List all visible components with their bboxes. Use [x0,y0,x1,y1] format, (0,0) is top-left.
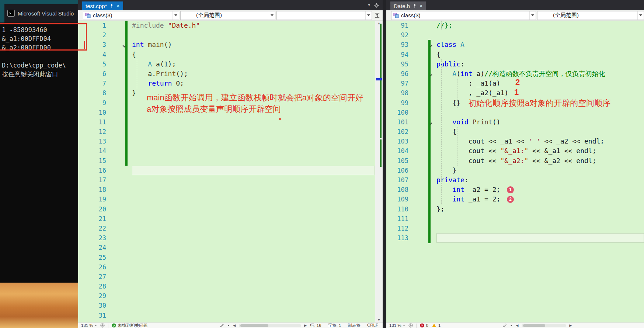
gutter [110,166,123,175]
code-line[interactable]: 91//}; [386,21,644,30]
pencil-icon[interactable] [502,323,507,328]
code-line[interactable]: 30 [78,301,375,310]
code-area-date-h[interactable]: 91//};9293class A94{95public:96 A(int a)… [386,21,644,322]
code-line[interactable]: 29 [78,291,375,301]
document-health[interactable]: 未找到相关问题 [112,323,148,328]
code-line[interactable]: 13 [78,137,375,146]
chevron-down-icon[interactable] [637,11,644,20]
zoom-control[interactable]: 131 % [81,323,97,328]
code-line[interactable]: 92 [386,30,644,40]
code-line[interactable]: 5 A a(1); [78,59,375,69]
code-line[interactable]: 106 } [386,166,644,175]
screen-reader-icon[interactable] [408,323,413,328]
warning-count[interactable]: 1 [432,323,441,328]
code-line[interactable]: 20 [78,204,375,214]
horizontal-scrollbar[interactable] [522,324,566,327]
screen-reader-icon[interactable] [100,323,105,328]
pin-icon[interactable] [412,4,417,8]
code-line[interactable]: 103 cout << _a1 << ' ' << _a2 << endl; [386,137,644,146]
code-line[interactable]: 21 [78,214,375,224]
code-line[interactable]: 6 a.Print(); [78,69,375,79]
fold-chevron-icon[interactable] [123,40,132,49]
code-area-test-cpp[interactable]: 1#include "Date.h"23int main()4{5 A a(1)… [78,21,375,322]
code-line[interactable]: 26 [78,262,375,272]
scroll-left-icon[interactable]: ◀ [233,324,236,327]
gear-icon[interactable] [374,3,379,8]
code-line[interactable]: 100 [386,108,644,117]
scroll-left-icon[interactable]: ◀ [516,324,518,327]
tab-test-cpp[interactable]: test.cpp* × [82,1,123,10]
pin-icon[interactable] [109,4,114,8]
project-scope-dropdown[interactable]: class(3) [83,11,179,20]
close-icon[interactable]: × [420,3,422,8]
code-line[interactable]: 28 [78,282,375,291]
chevron-down-icon[interactable] [269,11,275,20]
indent-mode-indicator[interactable]: 制表符 [348,323,361,328]
global-scope-dropdown[interactable]: (全局范围) [537,11,644,20]
pencil-icon[interactable] [220,323,224,328]
code-line[interactable]: 2 [78,30,375,40]
scroll-right-icon[interactable]: ▶ [304,324,307,327]
code-line[interactable]: 102 { [386,127,644,137]
close-icon[interactable]: × [116,3,119,8]
code-line[interactable]: 25 [78,253,375,262]
pencil-dropdown-icon[interactable] [227,325,230,326]
code-line[interactable]: 22 [78,224,375,233]
tab-list-chevron-icon[interactable]: ▾ [368,3,370,7]
code-line[interactable]: 18 [78,185,375,194]
eol-indicator[interactable]: CRLF [367,323,378,328]
vertical-scrollbar[interactable]: ▲ ▼ [375,21,383,322]
horizontal-scrollbar[interactable] [239,324,301,327]
horizontal-scrollbar-thumb[interactable] [523,324,545,327]
code-line[interactable]: 17 [78,175,375,185]
code-line[interactable]: 104 cout << "&_a1:" << &_a1 << endl; [386,146,644,156]
global-scope-dropdown[interactable]: (全局范围) [180,11,275,20]
code-line[interactable]: 95public: [386,59,644,69]
zoom-control[interactable]: 131 % [389,323,405,328]
code-line[interactable]: 93class A [386,40,644,49]
code-line[interactable]: 19 [78,194,375,204]
member-dropdown[interactable] [276,11,372,20]
code-line[interactable]: 112 [386,224,644,233]
console-titlebar[interactable]: >_ Microsoft Visual Studio [4,4,78,23]
code-line[interactable]: 111 [386,214,644,224]
error-count[interactable]: 0 [420,323,428,328]
chevron-down-icon[interactable] [529,11,536,20]
chevron-down-icon[interactable] [365,11,372,20]
pencil-dropdown-icon[interactable] [510,325,512,326]
code-line[interactable]: 1#include "Date.h" [78,21,375,30]
code-line[interactable]: 4{ [78,50,375,59]
code-line[interactable]: 23 [78,233,375,243]
caret-col-indicator[interactable]: 字符: 1 [328,323,341,328]
caret-line-indicator[interactable]: 行: 16 [310,323,321,328]
line-number: 10 [78,108,110,117]
scroll-down-icon[interactable]: ▼ [375,318,383,322]
code-line[interactable]: 12 [78,127,375,137]
tab-date-h[interactable]: Date.h × [390,1,426,10]
code-line[interactable]: 105 cout << "&_a2:" << &_a2 << endl; [386,156,644,166]
editor-group-splitter[interactable] [383,0,386,328]
scroll-up-icon[interactable]: ▲ [375,21,383,25]
code-line[interactable]: 109 int _a1 = 2; [386,194,644,204]
code-line[interactable]: 15 [78,156,375,166]
code-line[interactable]: 107private: [386,175,644,185]
chevron-down-icon[interactable] [173,11,179,20]
code-line[interactable]: 24 [78,243,375,252]
scroll-right-icon[interactable]: ▶ [569,324,572,327]
code-line[interactable]: 11 [78,117,375,127]
split-window-button[interactable] [373,11,381,20]
code-line[interactable]: 113 [386,233,644,243]
code-line[interactable]: 110}; [386,204,644,214]
code-line[interactable]: 7 return 0; [78,79,375,88]
code-line[interactable]: 27 [78,272,375,282]
code-line[interactable]: 14 [78,146,375,156]
code-text: , _a2(_a1) [436,88,644,98]
code-line[interactable]: 16 [78,166,375,175]
project-scope-dropdown[interactable]: class(3) [391,11,536,20]
code-line[interactable]: 108 int _a2 = 2; [386,185,644,194]
code-line[interactable]: 101 void Print() [386,117,644,127]
code-line[interactable]: 31 [78,311,375,320]
horizontal-scrollbar-thumb[interactable] [240,324,268,327]
code-line[interactable]: 94{ [386,50,644,59]
code-line[interactable]: 3int main() [78,40,375,49]
